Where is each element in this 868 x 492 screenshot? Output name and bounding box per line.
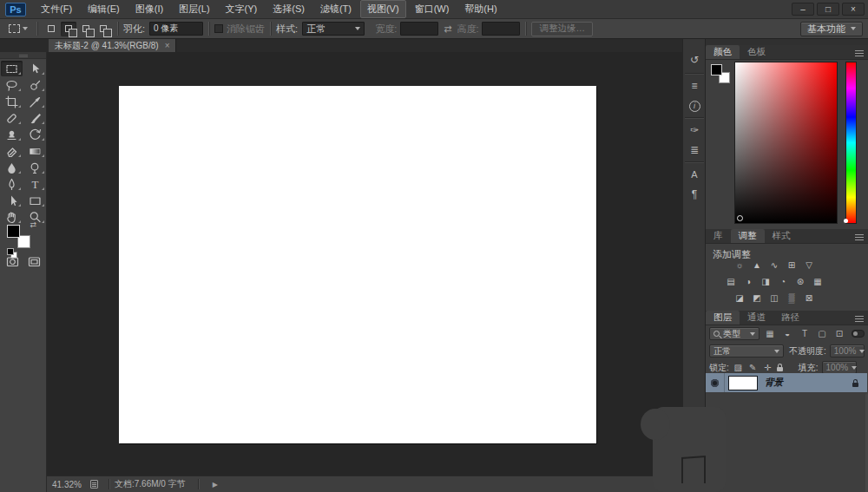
threshold-icon[interactable]: ◫: [767, 292, 782, 305]
tool-history-brush[interactable]: [24, 127, 46, 142]
brightness-contrast-icon[interactable]: ☼: [733, 259, 747, 272]
brush-presets-panel-button[interactable]: ≣: [684, 141, 705, 160]
menu-filter[interactable]: 滤镜(T): [313, 0, 358, 18]
color-balance-icon[interactable]: ◑: [741, 275, 756, 288]
saturation-brightness-picker[interactable]: [734, 62, 838, 224]
layer-thumbnail[interactable]: [728, 376, 758, 390]
tab-close-icon[interactable]: ×: [165, 41, 170, 50]
levels-icon[interactable]: ▲: [750, 259, 765, 272]
document-tab[interactable]: 未标题-2 @ 41.3%(RGB/8) ×: [49, 39, 176, 52]
tool-eraser[interactable]: [1, 143, 23, 159]
filter-adjustment-layers-icon[interactable]: ◒: [780, 327, 794, 340]
tool-gradient[interactable]: [24, 143, 46, 159]
menu-view[interactable]: 视图(V): [360, 0, 406, 18]
foreground-color-swatch[interactable]: [711, 64, 722, 75]
tab-layers[interactable]: 图层: [706, 311, 740, 325]
tool-eyedropper[interactable]: [24, 94, 46, 109]
lock-transparency-icon[interactable]: ▨: [733, 361, 744, 374]
history-panel-button[interactable]: ↺: [684, 50, 705, 69]
hue-slider-handle[interactable]: [844, 219, 848, 223]
screen-mode-button[interactable]: [26, 254, 43, 268]
tool-dodge[interactable]: [24, 160, 46, 175]
color-lookup-icon[interactable]: ▦: [811, 275, 825, 288]
tab-channels[interactable]: 通道: [740, 311, 773, 325]
invert-icon[interactable]: ◪: [733, 292, 747, 305]
layer-row-background[interactable]: 背景: [706, 373, 867, 392]
tool-rectangular-marquee[interactable]: [1, 61, 23, 76]
tab-color[interactable]: 颜色: [706, 45, 740, 59]
document-canvas[interactable]: [119, 86, 596, 443]
gradient-map-icon[interactable]: ▒: [785, 292, 799, 305]
photo-filter-icon[interactable]: ◔: [776, 275, 791, 288]
tool-rectangle-shape[interactable]: [24, 193, 46, 208]
close-button[interactable]: ×: [842, 3, 865, 16]
visibility-cell[interactable]: [706, 373, 725, 392]
height-input[interactable]: [482, 22, 520, 36]
blend-mode-dropdown[interactable]: 正常: [709, 344, 784, 358]
filter-shape-layers-icon[interactable]: ▢: [815, 327, 829, 340]
selective-color-icon[interactable]: ⊠: [802, 292, 817, 305]
maximize-button[interactable]: □: [817, 3, 839, 16]
tool-brush[interactable]: [24, 110, 46, 126]
menu-image[interactable]: 图像(I): [128, 0, 170, 18]
tool-quick-selection[interactable]: [24, 77, 46, 93]
paragraph-panel-button[interactable]: ¶: [684, 185, 705, 204]
curves-icon[interactable]: ∿: [767, 259, 782, 272]
zoom-level-field[interactable]: 41.32%: [52, 480, 85, 489]
opacity-dropdown[interactable]: 100%: [830, 344, 865, 358]
quick-mask-button[interactable]: [4, 254, 22, 268]
swap-dimensions-icon[interactable]: ⇄: [444, 23, 451, 35]
panel-menu-icon[interactable]: [855, 53, 864, 54]
menu-help[interactable]: 帮助(H): [457, 0, 503, 18]
intersect-selection-button[interactable]: [95, 22, 111, 36]
tool-preset-picker[interactable]: [5, 24, 31, 33]
hue-saturation-icon[interactable]: ▤: [724, 275, 739, 288]
vibrance-icon[interactable]: ▽: [802, 259, 817, 272]
hue-slider[interactable]: [845, 62, 857, 224]
lock-position-icon[interactable]: ✛: [762, 361, 773, 374]
toolbar-collapse-handle[interactable]: [0, 52, 46, 59]
lock-pixels-icon[interactable]: ✎: [747, 361, 759, 374]
tool-horizontal-type[interactable]: T: [24, 176, 46, 192]
tab-adjustments[interactable]: 调整: [731, 229, 765, 243]
menu-edit[interactable]: 编辑(E): [81, 0, 127, 18]
menu-window[interactable]: 窗口(W): [408, 0, 457, 18]
menu-file[interactable]: 文件(F): [34, 0, 79, 18]
menu-type[interactable]: 文字(Y): [219, 0, 265, 18]
tab-paths[interactable]: 路径: [773, 311, 807, 325]
character-panel-button[interactable]: A: [684, 165, 705, 184]
tool-move[interactable]: [24, 61, 46, 76]
tool-blur[interactable]: [1, 160, 23, 175]
tool-clone-stamp[interactable]: [1, 127, 23, 142]
filter-type-layers-icon[interactable]: T: [798, 327, 812, 340]
tool-pen[interactable]: [1, 176, 23, 192]
panel-menu-icon[interactable]: [855, 237, 864, 238]
swap-colors-icon[interactable]: ⇄: [30, 220, 36, 229]
tool-path-selection[interactable]: [1, 193, 23, 208]
tab-styles[interactable]: 样式: [765, 229, 799, 243]
add-to-selection-button[interactable]: [61, 22, 76, 36]
menu-layer[interactable]: 图层(L): [172, 0, 216, 18]
style-dropdown[interactable]: 正常: [302, 22, 365, 36]
foreground-color-swatch[interactable]: [7, 225, 20, 238]
subtract-selection-button[interactable]: [78, 22, 94, 36]
status-menu-arrow-icon[interactable]: ▶: [213, 481, 218, 489]
black-white-icon[interactable]: ◨: [759, 275, 773, 288]
channel-mixer-icon[interactable]: ⊛: [793, 275, 808, 288]
filter-pixel-layers-icon[interactable]: ▦: [763, 327, 777, 340]
refine-edge-button[interactable]: 调整边缘…: [531, 22, 593, 36]
exposure-icon[interactable]: ⊞: [785, 259, 799, 272]
fill-dropdown[interactable]: 100%: [822, 361, 857, 374]
minimize-button[interactable]: –: [792, 3, 814, 16]
tool-crop[interactable]: [1, 94, 23, 109]
filter-smart-objects-icon[interactable]: ⊡: [832, 327, 846, 340]
canvas-area[interactable]: [47, 52, 682, 476]
tab-swatches[interactable]: 色板: [740, 45, 773, 59]
workspace-switcher[interactable]: 基本功能: [800, 22, 863, 36]
posterize-icon[interactable]: ◩: [750, 292, 765, 305]
color-picker-marker[interactable]: [737, 215, 743, 221]
tab-libraries[interactable]: 库: [706, 229, 731, 243]
tool-spot-healing-brush[interactable]: [1, 110, 23, 126]
filter-toggle[interactable]: [852, 330, 865, 338]
info-panel-button[interactable]: i: [684, 96, 705, 115]
